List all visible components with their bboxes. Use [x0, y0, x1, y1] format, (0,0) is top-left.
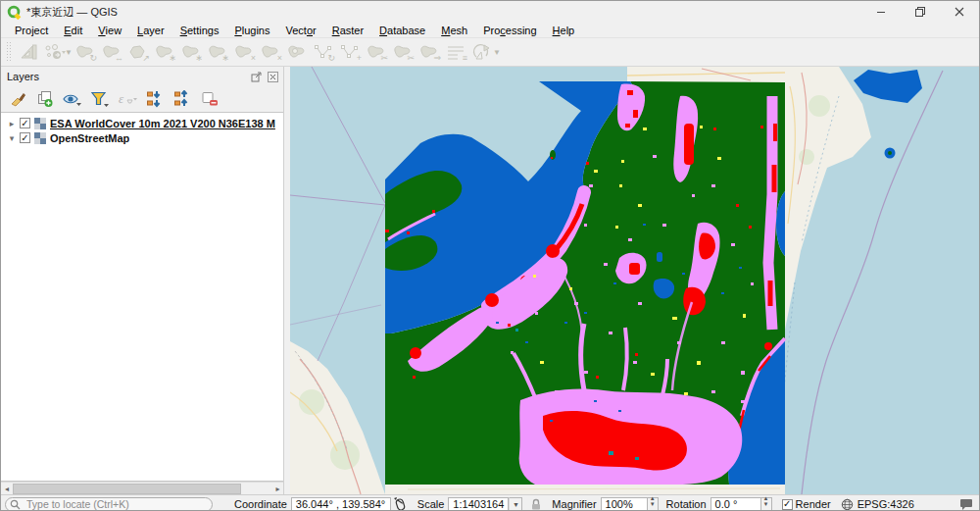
- menu-mesh[interactable]: Mesh: [433, 23, 475, 37]
- expression-filter-icon: ε: [117, 90, 138, 108]
- trim-extend-button[interactable]: +: [337, 39, 364, 65]
- enable-advanced-digitizing-button[interactable]: [15, 39, 41, 65]
- layers-panel: Layers: [1, 67, 284, 494]
- magnifier-spinbox[interactable]: 100%: [601, 497, 648, 511]
- layer-expand-arrow[interactable]: ▸: [6, 119, 18, 128]
- add-ring-button[interactable]: ∗: [178, 39, 205, 65]
- layer-styling-icon: [9, 90, 26, 108]
- scale-dropdown-button[interactable]: ▼: [509, 497, 522, 511]
- hscroll-thumb[interactable]: [13, 484, 241, 494]
- collapse-all-button[interactable]: [170, 87, 195, 111]
- menu-database[interactable]: Database: [371, 23, 433, 37]
- open-layer-styling-button[interactable]: [5, 87, 30, 111]
- menu-vector[interactable]: Vector: [277, 23, 323, 37]
- offset-curve-button[interactable]: ↗: [125, 39, 152, 65]
- float-panel-icon: [251, 72, 262, 82]
- svg-text:ε: ε: [119, 91, 124, 106]
- add-group-icon: [36, 90, 54, 108]
- hscroll-left-arrow[interactable]: ◂: [1, 483, 13, 494]
- magnifier-label: Magnifier: [552, 498, 596, 510]
- layer-row-1[interactable]: ▾✓OpenStreetMap: [1, 130, 283, 145]
- layer-row-0[interactable]: ▸✓ESA WorldCover 10m 2021 V200 N36E138 M: [1, 116, 283, 130]
- layer-visibility-checkbox[interactable]: ✓: [20, 132, 30, 143]
- raster-layer-icon: [34, 132, 46, 144]
- delete-part-button[interactable]: ×: [258, 39, 284, 65]
- split-parts-button[interactable]: ✂: [390, 39, 416, 65]
- layer-name[interactable]: OpenStreetMap: [50, 132, 129, 144]
- menu-layer[interactable]: Layer: [129, 23, 172, 37]
- construction-mode-button[interactable]: [41, 39, 68, 65]
- lock-scale-icon[interactable]: [530, 498, 542, 511]
- toolbar-grip[interactable]: [6, 41, 12, 63]
- layer-expand-arrow[interactable]: ▾: [6, 133, 18, 143]
- map-themes-eye-icon: [63, 90, 82, 108]
- locator-input[interactable]: [24, 497, 201, 511]
- hscroll-right-arrow[interactable]: ▸: [271, 483, 283, 494]
- delete-ring-button[interactable]: ×: [231, 39, 258, 65]
- remove-layer-button[interactable]: [197, 87, 222, 111]
- coordinate-value[interactable]: 36.044° , 139.584°: [291, 497, 391, 511]
- menu-help[interactable]: Help: [545, 23, 583, 37]
- panel-close-button[interactable]: [267, 71, 279, 83]
- remove-layer-icon: [201, 90, 219, 108]
- merge-features-button[interactable]: ⇒: [416, 39, 443, 65]
- qgis-logo-icon: [7, 5, 22, 20]
- move-feature-button[interactable]: ↔: [99, 39, 125, 65]
- collapse-all-icon: [173, 90, 191, 108]
- scale-combobox[interactable]: 1:1403164: [448, 497, 509, 511]
- rotation-spinbox[interactable]: 0.0 °: [710, 497, 761, 511]
- title-bar[interactable]: *東京近辺 — QGIS: [1, 1, 979, 23]
- window-title: *東京近辺 — QGIS: [26, 5, 118, 20]
- filter-funnel-icon: [90, 90, 110, 108]
- menu-processing[interactable]: Processing: [475, 23, 544, 37]
- menu-plugins[interactable]: Plugins: [226, 23, 277, 37]
- merge-attributes-button[interactable]: ≡: [443, 39, 469, 65]
- status-bar: Coordinate 36.044° , 139.584° Scale 1:14…: [1, 494, 979, 511]
- qgis-window: *東京近辺 — QGIS ProjectEditViewLayerSetting…: [0, 0, 980, 511]
- rotation-label: Rotation: [666, 498, 707, 510]
- raster-layer-icon: [34, 118, 46, 129]
- crs-value[interactable]: EPSG:4326: [858, 498, 914, 510]
- minimize-button[interactable]: [861, 1, 901, 23]
- panel-close-icon: [268, 72, 278, 82]
- map-canvas[interactable]: [290, 67, 979, 494]
- rotate-point-symbols-button[interactable]: [469, 39, 496, 65]
- filter-legend-button[interactable]: [87, 87, 113, 111]
- coordinate-label: Coordinate: [234, 498, 287, 510]
- menu-view[interactable]: View: [90, 23, 129, 37]
- menu-edit[interactable]: Edit: [56, 23, 90, 37]
- messages-bubble-icon[interactable]: [959, 498, 973, 511]
- close-button[interactable]: [940, 1, 979, 23]
- advanced-digitizing-toolbar: ▼↻↔↗∗∗∗××↻+✂✂⇒≡▼: [1, 37, 979, 67]
- map-rendering: [290, 67, 979, 494]
- layer-name[interactable]: ESA WorldCover 10m 2021 V200 N36E138 M: [50, 118, 275, 129]
- minimize-icon: [876, 7, 886, 17]
- reshape-features-button[interactable]: ↻: [311, 39, 337, 65]
- menu-settings[interactable]: Settings: [172, 23, 227, 37]
- layers-panel-title: Layers: [7, 71, 39, 82]
- crs-globe-icon[interactable]: [841, 498, 854, 511]
- add-part-button[interactable]: ∗: [205, 39, 231, 65]
- manage-map-themes-button[interactable]: [60, 87, 85, 111]
- restore-button[interactable]: [901, 1, 940, 23]
- expand-all-button[interactable]: [142, 87, 168, 111]
- split-features-button[interactable]: ✂: [364, 39, 390, 65]
- filter-by-expression-button[interactable]: ε: [115, 87, 140, 111]
- render-checkbox[interactable]: ✓: [782, 499, 793, 510]
- layers-panel-toolbar: ε: [1, 86, 283, 112]
- close-icon: [955, 7, 964, 17]
- rotation-spin-buttons[interactable]: ▲▼: [761, 497, 772, 511]
- menu-raster[interactable]: Raster: [324, 23, 371, 37]
- layers-panel-hscrollbar[interactable]: ◂ ▸: [1, 482, 283, 494]
- magnifier-spin-buttons[interactable]: ▲▼: [648, 497, 659, 511]
- extents-toggle-icon[interactable]: [393, 497, 408, 511]
- simplify-feature-button[interactable]: ∗: [152, 39, 178, 65]
- add-group-button[interactable]: [32, 87, 58, 111]
- layer-visibility-checkbox[interactable]: ✓: [20, 118, 30, 128]
- search-icon: [10, 499, 21, 510]
- panel-float-button[interactable]: [250, 71, 263, 83]
- fill-ring-button[interactable]: [284, 39, 311, 65]
- menu-project[interactable]: Project: [7, 23, 56, 37]
- rotate-feature-button[interactable]: ↻: [73, 39, 99, 65]
- locator-search[interactable]: [5, 497, 213, 511]
